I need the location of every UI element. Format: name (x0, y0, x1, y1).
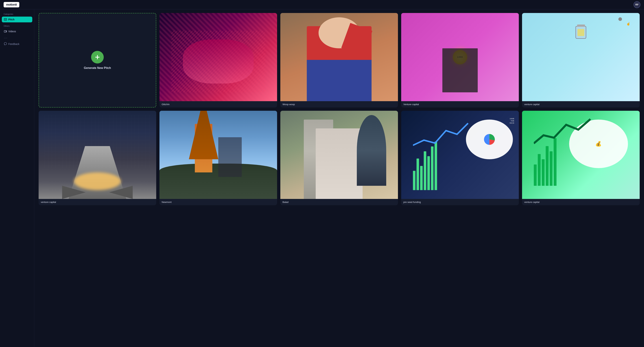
card-venture-rocket[interactable]: venture capital (38, 111, 156, 205)
card-preseed[interactable]: 1000$ 750$ 5821$ pre seed funding (401, 111, 519, 205)
pitch-label: Pitch (8, 18, 14, 21)
card-woop-label: Woop woop (280, 101, 398, 108)
categories-label: Categories (2, 12, 32, 16)
card-venture3[interactable]: 💰 venture capital (522, 111, 640, 205)
pitch-grid: Generate New Pitch GlitchIn Woop woop (38, 13, 640, 205)
card-newmont-image (160, 111, 277, 199)
card-glitchin[interactable]: GlitchIn (160, 13, 277, 108)
card-venture1-image: LOSS (401, 13, 519, 101)
generate-icon (91, 51, 104, 64)
card-newmont-label: Newmont (160, 199, 277, 205)
card-woop[interactable]: Woop woop (280, 13, 398, 108)
card-balad[interactable]: Balad (280, 111, 398, 205)
card-venture2-image: ☝ (522, 13, 640, 101)
svg-rect-3 (4, 30, 6, 32)
sidebar-item-pitch[interactable]: Pitch (2, 16, 32, 22)
svg-rect-0 (4, 18, 7, 20)
sidebar: Categories Pitch Others Videos ... (0, 10, 34, 347)
generate-pitch-label: Generate New Pitch (84, 66, 111, 70)
videos-label: Videos (8, 30, 16, 33)
card-balad-image (280, 111, 398, 199)
app-header: motionit RF (0, 0, 644, 10)
card-venture1-label: Venture capital (401, 101, 519, 108)
card-preseed-label: pre seed funding (401, 199, 519, 205)
generate-pitch-card[interactable]: Generate New Pitch (38, 13, 156, 108)
others-label: Others (2, 24, 32, 28)
sidebar-more-dots[interactable]: ... (2, 35, 32, 40)
card-glitchin-label: GlitchIn (160, 101, 277, 108)
app-body: Categories Pitch Others Videos ... (0, 10, 644, 347)
app-logo: motionit (4, 2, 19, 8)
card-rocket-image (38, 111, 156, 199)
sidebar-item-feedback[interactable]: Feedback (2, 41, 32, 47)
user-avatar-button[interactable]: RF (634, 1, 640, 8)
card-venture-rocket-label: venture capital (38, 199, 156, 205)
feedback-icon (4, 42, 7, 46)
card-venture2-label: venture capital (522, 101, 640, 108)
card-venture2[interactable]: ☝ venture capital (522, 13, 640, 108)
feedback-label: Feedback (8, 42, 19, 46)
sidebar-item-videos[interactable]: Videos (2, 28, 32, 34)
card-woop-image (280, 13, 398, 101)
card-venture3-label: venture capital (522, 199, 640, 205)
card-preseed-image: 1000$ 750$ 5821$ (401, 111, 519, 199)
card-balad-label: Balad (280, 199, 398, 205)
main-content: Generate New Pitch GlitchIn Woop woop (34, 10, 644, 347)
card-venture3-image: 💰 (522, 111, 640, 199)
card-glitchin-image (160, 13, 277, 101)
pitch-icon (4, 18, 7, 21)
card-newmont[interactable]: Newmont (160, 111, 277, 205)
videos-icon (4, 30, 7, 33)
card-venture1[interactable]: LOSS Venture capital (401, 13, 519, 108)
